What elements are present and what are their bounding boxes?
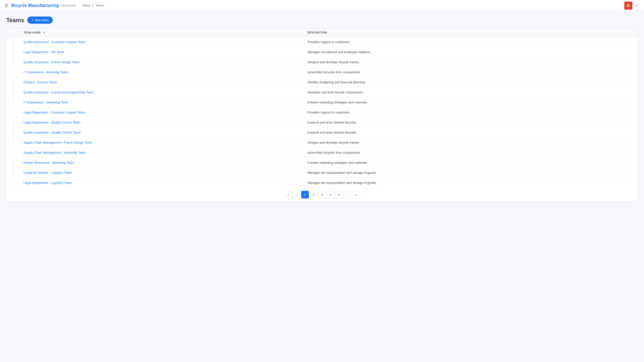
row-menu-dots-icon[interactable]: ⋮ [12,130,15,134]
page-2-button[interactable]: 2 [310,191,317,198]
row-menu-dots-icon[interactable]: ⋮ [12,40,15,44]
last-page-button[interactable]: » [352,191,360,198]
row-description-text: Manages the transportation and storage o… [308,181,377,185]
table-row: ⋮Quality Assurance - Component Engineeri… [6,87,638,97]
row-description-cell: Provides support to customers. [304,107,638,117]
row-description-cell: Inspects and tests finished bicycles. [304,117,638,128]
row-actions-cell: ⋮ [6,158,20,168]
row-description-text: Assembles bicycles from components. [308,70,361,74]
notification-button[interactable]: 🔔 [624,1,632,9]
table-row: ⋮Finance - Finance TeamHandles budgeting… [6,77,638,87]
header: ☰ Bicycle Manufacturing OfficeSeries Hom… [0,0,644,11]
row-menu-dots-icon[interactable]: ⋮ [12,50,15,54]
row-description-cell: Creates marketing strategies and materia… [304,158,638,168]
row-actions-cell: ⋮ [6,178,20,188]
breadcrumb-home[interactable]: Home [83,4,90,7]
row-description-cell: Handles budgeting and financial planning… [304,77,638,87]
row-name-cell: IT Department - Marketing Team [20,97,304,107]
app-subtitle: OfficeSeries [60,4,76,7]
team-name-link[interactable]: Legal Department - Logistics Team [24,181,72,185]
row-actions-cell: ⋮ [6,148,20,158]
row-menu-dots-icon[interactable]: ⋮ [12,70,15,74]
row-description-cell: Manages recruitment and employee relatio… [304,47,638,57]
new-team-button[interactable]: + New team [27,16,52,24]
new-team-label: New team [35,18,49,22]
row-menu-dots-icon[interactable]: ⋮ [12,181,15,185]
row-actions-cell: ⋮ [6,67,20,77]
team-name-link[interactable]: Supply Chain Management - Frame Design T… [24,141,92,144]
first-page-button[interactable]: « [284,191,292,198]
row-description-cell: Assembles bicycles from components. [304,148,638,158]
team-name-link[interactable]: Legal Department - HR Team [24,50,64,54]
row-actions-cell: ⋮ [6,117,20,128]
table-row: ⋮Quality Assurance - Customer Support Te… [6,37,638,47]
team-name-link[interactable]: Supply Chain Management - Assembly Team [24,151,86,154]
row-actions-cell: ⋮ [6,77,20,87]
page-4-button[interactable]: 4 [327,191,334,198]
team-name-link[interactable]: Quality Assurance - Quality Control Team [24,131,81,134]
team-name-link[interactable]: Quality Assurance - Component Engineerin… [24,90,94,94]
row-name-cell: Quality Assurance - Quality Control Team [20,128,304,138]
breadcrumb-separator: » [92,4,94,7]
filter-icon[interactable]: ▼ [43,31,46,34]
row-actions-cell: ⋮ [6,128,20,138]
page-5-button[interactable]: 5 [335,191,343,198]
prev-page-button[interactable]: ‹ [293,191,300,198]
table-row: ⋮IT Department - Marketing TeamCreates m… [6,97,638,107]
team-name-link[interactable]: Legal Department - Quality Control Team [24,121,80,124]
row-menu-dots-icon[interactable]: ⋮ [12,110,15,114]
table-row: ⋮Legal Department - Customer Support Tea… [6,107,638,117]
menu-icon[interactable]: ☰ [4,3,8,8]
row-actions-cell: ⋮ [6,138,20,148]
row-menu-dots-icon[interactable]: ⋮ [12,171,15,175]
teams-table-container: TEAM NAME ▼ DESCRIPTION ⋮Quality Assuran… [6,28,638,202]
row-menu-dots-icon[interactable]: ⋮ [12,80,15,84]
table-row: ⋮Legal Department - HR TeamManages recru… [6,47,638,57]
row-menu-dots-icon[interactable]: ⋮ [12,60,15,64]
pagination: « ‹ 1 2 3 4 5 › » [6,188,638,202]
plus-icon: + [31,18,33,22]
team-name-link[interactable]: Human Resources - Marketing Team [24,161,74,164]
row-description-cell: Develops and tests bicycle components. [304,87,638,97]
table-row: ⋮Legal Department - Quality Control Team… [6,117,638,128]
next-page-button[interactable]: › [344,191,351,198]
row-menu-dots-icon[interactable]: ⋮ [12,141,15,145]
table-row: ⋮Customer Service - Logistics TeamManage… [6,168,638,178]
row-actions-cell: ⋮ [6,168,20,178]
row-description-cell: Designs and develops bicycle frames. [304,138,638,148]
row-description-cell: Creates marketing strategies and materia… [304,97,638,107]
table-header: TEAM NAME ▼ DESCRIPTION [6,28,638,37]
row-name-cell: Finance - Finance Team [20,77,304,87]
team-name-link[interactable]: IT Department - Assembly Team [24,70,68,74]
table-body: ⋮Quality Assurance - Customer Support Te… [6,37,638,188]
team-name-link[interactable]: Legal Department - Customer Support Team [24,111,85,114]
table-row: ⋮Supply Chain Management - Frame Design … [6,138,638,148]
page-3-button[interactable]: 3 [318,191,326,198]
row-description-text: Develops and tests bicycle components. [308,90,363,94]
team-name-link[interactable]: Quality Assurance - Frame Design Team [24,60,80,64]
row-description-text: Creates marketing strategies and materia… [308,100,368,104]
row-actions-cell: ⋮ [6,37,20,47]
team-name-link[interactable]: IT Department - Marketing Team [24,100,68,104]
team-name-link[interactable]: Quality Assurance - Customer Support Tea… [24,40,86,44]
col-actions-header [6,28,20,37]
page-1-button[interactable]: 1 [301,191,309,198]
col-name-header: TEAM NAME ▼ [20,28,304,37]
row-name-cell: Legal Department - Customer Support Team [20,107,304,117]
team-name-link[interactable]: Finance - Finance Team [24,80,57,84]
teams-table: TEAM NAME ▼ DESCRIPTION ⋮Quality Assuran… [6,28,638,188]
col-description-header: DESCRIPTION [304,28,638,37]
row-name-cell: Quality Assurance - Frame Design Team [20,57,304,67]
user-dropdown-button[interactable]: ▾ [633,1,640,9]
row-description-text: Designs and develops bicycle frames. [308,141,360,144]
bell-icon: 🔔 [626,3,630,7]
row-menu-dots-icon[interactable]: ⋮ [12,100,15,104]
team-name-link[interactable]: Customer Service - Logistics Team [24,171,72,175]
row-description-cell: Manages the transportation and storage o… [304,178,638,188]
row-menu-dots-icon[interactable]: ⋮ [12,161,15,165]
row-name-cell: Legal Department - HR Team [20,47,304,57]
row-description-text: Provides support to customers. [308,40,350,44]
row-menu-dots-icon[interactable]: ⋮ [12,151,15,155]
row-menu-dots-icon[interactable]: ⋮ [12,90,15,94]
row-menu-dots-icon[interactable]: ⋮ [12,120,15,124]
